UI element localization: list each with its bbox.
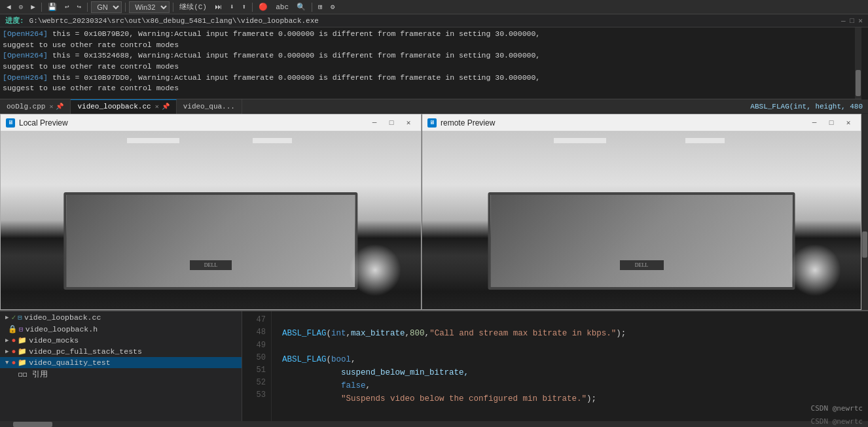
tab-right-area: ABSL_FLAG(int, height, 480: [242, 103, 868, 111]
console-scrollbar[interactable]: [855, 27, 861, 99]
line-num-50: 50: [242, 352, 266, 364]
tab-video-loopback-pin[interactable]: 📌: [162, 103, 170, 111]
preview-scrollbar[interactable]: [861, 114, 868, 310]
remote-preview-close[interactable]: ✕: [841, 117, 856, 129]
console-line-5: suggest to use other rate control modes: [3, 83, 852, 94]
step-out-btn[interactable]: ⬆: [238, 3, 251, 11]
tree-icon-1: ⊟: [19, 325, 24, 333]
step-btn[interactable]: ⏭: [211, 3, 226, 11]
circle-btn[interactable]: ⊙: [15, 3, 27, 11]
absl-flag-1: ABSL_FLAG: [282, 327, 327, 340]
remote-ceiling-light-1: [554, 138, 606, 143]
tree-icon-2: 📁: [18, 336, 27, 345]
tab-video-loopback-close[interactable]: ✕: [155, 103, 159, 111]
remote-preview-window: 🖥 remote Preview ─ □ ✕: [422, 114, 861, 310]
remote-preview-maximize[interactable]: □: [824, 117, 839, 129]
remote-monitor-screen: [491, 195, 793, 288]
tab-video-loopback[interactable]: video_loopback.cc ✕ 📌: [71, 99, 176, 114]
tree-item-0[interactable]: ▶ ✓ ⊟ video_loopback.cc: [0, 311, 242, 323]
ceiling-light-1: [127, 138, 179, 143]
local-preview-window: 🖥 Local Preview ─ □ ✕: [0, 114, 422, 310]
tree-label-3: video_pc_full_stack_tests: [29, 347, 142, 356]
local-preview-title: Local Preview: [19, 118, 367, 128]
save-btn[interactable]: 💾: [44, 3, 61, 11]
terminal-wrapper: [OpenH264] this = 0x10B79B20, Warning:Ac…: [0, 27, 868, 99]
line-num-49: 49: [242, 339, 266, 352]
abc-btn[interactable]: abc: [272, 3, 293, 11]
tree-item-1[interactable]: 🔒 ⊟ video_loopback.h: [0, 323, 242, 335]
tree-item-5[interactable]: ◻◻ 引用: [0, 368, 242, 381]
console-tag-2: [OpenH264]: [3, 51, 48, 60]
console-tag-0: [OpenH264]: [3, 29, 48, 38]
remote-dell-text: DELL: [635, 262, 648, 268]
redo-btn[interactable]: ↪: [73, 3, 86, 11]
tab-right-content: ABSL_FLAG(int, height, 480: [750, 103, 863, 111]
tree-icon-4: 📁: [18, 358, 27, 367]
remote-preview-title: remote Preview: [441, 118, 807, 128]
tree-item-2[interactable]: ▶ ● 📁 video_mocks: [0, 335, 242, 346]
paren-2: (: [327, 353, 332, 366]
top-toolbar: ◀ ⊙ ▶ 💾 ↩ ↪ GN Win32 继续(C) ⏭ ⬇ ⬆ 🔴 abc 🔍…: [0, 0, 868, 14]
separator-1: [41, 3, 42, 12]
line-num-52: 52: [242, 377, 266, 389]
console-text-3: suggest to use other rate control modes: [3, 62, 179, 71]
tree-label-0: video_loopback.cc: [24, 313, 101, 322]
platform-dropdown[interactable]: Win32: [129, 1, 170, 13]
comma-5: ,: [366, 379, 371, 392]
local-preview-icon-symbol: 🖥: [8, 119, 14, 126]
h-scrollbar[interactable]: [0, 421, 868, 427]
forward-btn[interactable]: ▶: [27, 3, 39, 11]
console-scrollbar-thumb[interactable]: [856, 70, 861, 96]
local-preview-close[interactable]: ✕: [401, 117, 416, 129]
continue-btn[interactable]: 继续(C): [175, 2, 211, 12]
indent-53: [282, 392, 341, 405]
step-into-btn[interactable]: ⬇: [226, 3, 238, 11]
tree-label-4: video_quality_test: [29, 358, 110, 367]
false-kw: false: [341, 379, 366, 392]
tab-oodlg-pin[interactable]: 📌: [56, 103, 63, 111]
local-preview-controls: ─ □ ✕: [367, 117, 416, 129]
remote-preview-icon-symbol: 🖥: [429, 119, 435, 126]
absl-flag-2: ABSL_FLAG: [282, 353, 327, 366]
layout-btn[interactable]: ⊞: [314, 3, 327, 11]
remote-ceiling-light-2: [685, 138, 725, 143]
console-line-3: suggest to use other rate control modes: [3, 61, 852, 73]
console-text-2: this = 0x13524688, Warning:Actual input …: [52, 51, 540, 60]
tree-item-4[interactable]: ▼ ● 📁 video_quality_test: [0, 357, 242, 368]
line-num-51: 51: [242, 364, 266, 377]
console-tag-4: [OpenH264]: [3, 73, 48, 82]
local-preview-bg: DELL: [1, 131, 421, 309]
preview-scrollbar-thumb[interactable]: [862, 231, 867, 258]
exe-path: G:\webrtc_20230324\src\out\x86_debug_548…: [29, 17, 319, 25]
str-2: "Suspends video below the configured min…: [341, 392, 587, 405]
preview-row: 🖥 Local Preview ─ □ ✕: [0, 114, 868, 311]
paren-1: (: [327, 327, 332, 340]
tab-video-qua[interactable]: video_qua...: [177, 99, 242, 114]
console-line-0: [OpenH264] this = 0x10B79B20, Warning:Ac…: [3, 29, 852, 40]
remote-preview-titlebar: 🖥 remote Preview ─ □ ✕: [422, 114, 861, 131]
tree-label-5: ◻◻ 引用: [18, 369, 48, 379]
watermark: CSDN @newrtc: [811, 404, 863, 413]
undo-btn[interactable]: ↩: [61, 3, 73, 11]
h-scrollbar-thumb[interactable]: [13, 422, 52, 427]
separator-6: [312, 3, 312, 12]
local-preview-minimize[interactable]: ─: [367, 117, 382, 129]
tab-oodlg-close[interactable]: ✕: [49, 103, 53, 111]
code-line-50: ABSL_FLAG(bool,: [282, 353, 868, 366]
tab-video-qua-label: video_qua...: [183, 103, 235, 111]
remote-preview-minimize[interactable]: ─: [807, 117, 822, 129]
search-btn[interactable]: 🔍: [293, 3, 310, 11]
build-dropdown[interactable]: GN: [91, 1, 122, 13]
separator-2: [87, 3, 88, 12]
tree-arrow-3: ▶: [5, 348, 9, 355]
back-btn[interactable]: ◀: [3, 3, 15, 11]
watermark-fixed: CSDN @newrtc: [811, 417, 863, 426]
progress-label: 进度:: [5, 16, 24, 26]
local-preview-maximize[interactable]: □: [384, 117, 399, 129]
window-controls[interactable]: — □ ✕: [841, 16, 863, 25]
separator-5: [252, 3, 253, 12]
settings-btn[interactable]: ⚙: [327, 3, 339, 11]
tab-oodlg[interactable]: ooDlg.cpp ✕ 📌: [0, 99, 71, 114]
tree-item-3[interactable]: ▶ ● 📁 video_pc_full_stack_tests: [0, 346, 242, 357]
comma-2: ,: [405, 327, 410, 340]
